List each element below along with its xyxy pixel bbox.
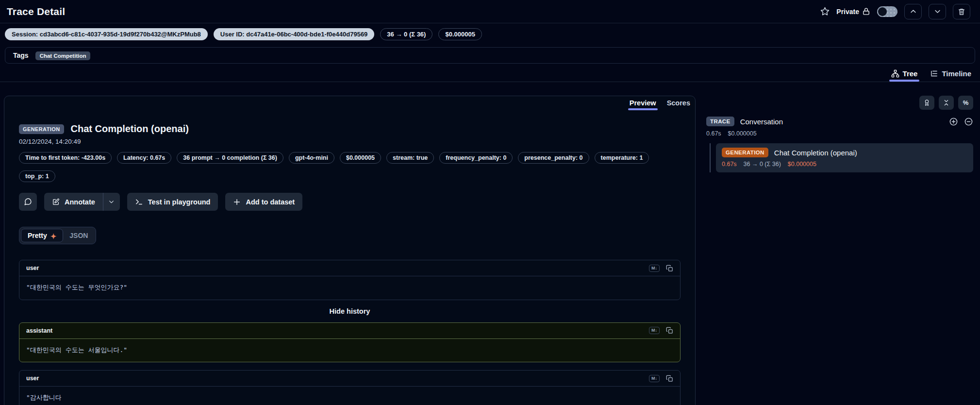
privacy-control: Private <box>836 7 870 16</box>
bookmark-star-button[interactable] <box>820 7 830 16</box>
tree-guide-line <box>710 143 711 172</box>
metric-pill: top_p: 1 <box>19 170 55 182</box>
star-icon <box>820 7 830 16</box>
message-role: assistant <box>26 327 52 334</box>
tree-node-wrap: GENERATION Chat Completion (openai) 0.67… <box>706 143 973 172</box>
plus-icon <box>233 198 241 206</box>
markdown-toggle-icon[interactable]: M↓ <box>649 265 660 272</box>
actions-row: Annotate Test in playground <box>19 193 684 211</box>
previous-trace-button[interactable] <box>904 4 922 19</box>
message-header: user M↓ <box>19 260 680 276</box>
trace-badge: TRACE <box>706 117 734 126</box>
annotate-dropdown-button[interactable] <box>103 193 120 211</box>
terminal-icon <box>135 198 143 206</box>
copy-icon[interactable] <box>666 327 673 334</box>
sparkles-icon: ✦ <box>50 233 57 240</box>
tree-icon <box>891 69 899 78</box>
message-tools: M↓ <box>649 375 673 382</box>
metric-pills-row-1: Time to first token: -423.00sLatency: 0.… <box>19 152 684 164</box>
chevron-down-icon <box>934 8 941 15</box>
observation-body: GENERATION Chat Completion (openai) 02/1… <box>4 96 695 405</box>
format-json-button[interactable]: JSON <box>63 229 94 242</box>
next-trace-button[interactable] <box>929 4 946 19</box>
copy-icon[interactable] <box>666 265 673 272</box>
metric-pill: presence_penalty: 0 <box>518 152 589 164</box>
comments-button[interactable] <box>19 193 37 211</box>
comment-icon <box>24 198 32 206</box>
tab-timeline-label: Timeline <box>942 69 971 78</box>
generation-node-name: Chat Completion (openai) <box>774 149 857 157</box>
cost-badge: $0.000005 <box>438 28 482 40</box>
generation-node[interactable]: GENERATION Chat Completion (openai) 0.67… <box>716 143 973 172</box>
trace-title[interactable]: Conversation <box>740 118 783 126</box>
message-tools: M↓ <box>649 327 673 334</box>
spacer <box>19 362 681 370</box>
message-content: "대한민국의 수도는 무엇인가요?" <box>19 276 680 300</box>
markdown-toggle-icon[interactable]: M↓ <box>649 375 660 382</box>
tab-tree-label: Tree <box>903 69 918 78</box>
node-tokens: 36 → 0 (Σ 36) <box>744 161 781 168</box>
delete-trace-button[interactable] <box>953 4 970 19</box>
annotate-label: Annotate <box>65 198 95 206</box>
plus-circle-icon <box>949 117 958 126</box>
percent-icon: % <box>963 99 969 106</box>
observation-card: Preview Scores GENERATION Chat Completio… <box>4 96 696 405</box>
toggle-metrics-button[interactable]: % <box>958 96 973 110</box>
user-id-badge[interactable]: User ID: dc47a41e-06bc-400d-bde1-f0e440d… <box>214 28 375 40</box>
add-to-dataset-button[interactable]: Add to dataset <box>225 193 302 211</box>
tags-label: Tags <box>13 51 29 59</box>
trace-tree-panel: % TRACE Conversation 0.67s $0.000005 <box>706 96 973 172</box>
message-assistant: assistant M↓ "대한민국의 수도는 서울입니다." <box>19 322 681 363</box>
expand-all-button[interactable] <box>949 117 958 126</box>
tab-tree[interactable]: Tree <box>891 69 918 82</box>
chevron-up-icon <box>910 8 917 15</box>
generation-node-metrics: 0.67s 36 → 0 (Σ 36) $0.000005 <box>722 161 967 168</box>
privacy-toggle[interactable] <box>877 6 897 17</box>
metric-pill: Latency: 0.67s <box>117 152 171 164</box>
format-toggle: Pretty ✦ JSON <box>19 227 96 244</box>
trash-icon <box>958 8 965 16</box>
tag-chip[interactable]: Chat Competition <box>35 51 91 60</box>
lock-icon <box>862 7 870 16</box>
trace-metrics: 0.67s $0.000005 <box>706 130 973 137</box>
main-area: Preview Scores GENERATION Chat Completio… <box>0 96 980 405</box>
trace-latency: 0.67s <box>706 130 721 137</box>
metric-pill: stream: true <box>386 152 434 164</box>
generation-node-title-row: GENERATION Chat Completion (openai) <box>722 148 967 157</box>
message-role: user <box>26 375 39 382</box>
tab-preview[interactable]: Preview <box>630 99 656 110</box>
annotate-split-button: Annotate <box>44 193 120 211</box>
scores-award-button[interactable] <box>919 96 934 110</box>
trace-meta-badges: Session: cd3abcd6-c81c-4037-935d-19d9f27… <box>0 23 980 40</box>
privacy-label: Private <box>836 8 859 16</box>
metric-pill: gpt-4o-mini <box>289 152 334 164</box>
toggle-knob <box>878 7 887 16</box>
node-latency: 0.67s <box>722 161 737 168</box>
collapse-tree-button[interactable] <box>964 117 973 126</box>
metric-pill: Time to first token: -423.00s <box>19 152 112 164</box>
node-cost: $0.000005 <box>788 161 816 168</box>
metric-pill: frequency_penalty: 0 <box>439 152 513 164</box>
timeline-icon <box>930 69 938 78</box>
markdown-toggle-icon[interactable]: M↓ <box>649 327 660 334</box>
metric-pill: 36 prompt → 0 completion (Σ 36) <box>177 152 283 164</box>
message-content: "감사합니다 " <box>19 387 680 405</box>
trace-cost: $0.000005 <box>728 130 757 137</box>
session-badge[interactable]: Session: cd3abcd6-c81c-4037-935d-19d9f27… <box>5 28 208 40</box>
header-actions: Private <box>820 4 970 19</box>
observation-timestamp: 02/12/2024, 14:20:49 <box>19 138 684 145</box>
copy-icon[interactable] <box>666 375 673 382</box>
test-in-playground-button[interactable]: Test in playground <box>127 193 218 211</box>
tab-timeline[interactable]: Timeline <box>930 69 971 82</box>
tree-toolbar: % <box>706 96 973 110</box>
message-header: assistant M↓ <box>19 323 680 339</box>
messages-list: user M↓ "대한민국의 수도는 무엇인가요?" Hide history … <box>19 260 684 405</box>
annotate-button[interactable]: Annotate <box>44 193 103 211</box>
add-to-dataset-label: Add to dataset <box>246 198 295 206</box>
message-content: "대한민국의 수도는 서울입니다." <box>19 339 680 362</box>
hide-history-link[interactable]: Hide history <box>19 307 681 315</box>
tab-scores[interactable]: Scores <box>667 99 690 110</box>
format-pretty-button[interactable]: Pretty ✦ <box>21 229 63 242</box>
collapse-all-button[interactable] <box>939 96 954 110</box>
page-header: Trace Detail Private <box>0 0 980 23</box>
